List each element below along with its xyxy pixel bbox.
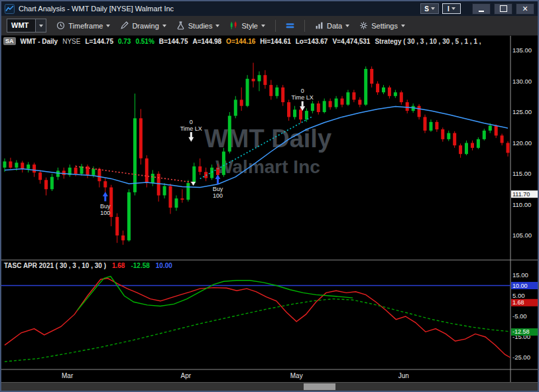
chevron-down-icon	[401, 25, 405, 27]
svg-text:100: 100	[100, 210, 110, 216]
buy-marker: Buy100	[100, 192, 111, 216]
style-label: Style	[241, 22, 257, 30]
indicator-value-badges: 10.001.68-12.58	[511, 282, 538, 336]
link-bars-icon	[286, 21, 294, 30]
horizontal-scrollbar[interactable]	[1, 382, 538, 391]
chevron-down-icon	[162, 25, 166, 27]
chart-area[interactable]: SA WMT - Daily NYSE L=144.75 0.73 0.51% …	[1, 36, 538, 391]
time-axis: MarAprMayJun	[62, 372, 409, 379]
svg-text:Time LX: Time LX	[180, 125, 202, 132]
gear-icon	[359, 21, 368, 30]
status-i-label: I	[448, 5, 449, 13]
chevron-down-icon	[451, 7, 455, 10]
settings-menu[interactable]: Settings	[359, 21, 405, 30]
svg-text:115.00: 115.00	[512, 170, 531, 177]
svg-text:Apr: Apr	[180, 372, 191, 379]
toolbar-separator	[275, 20, 276, 32]
maximize-icon	[500, 5, 507, 12]
titlebar-buttons: S I ×	[420, 3, 534, 15]
window-title: Chart Analysis - WMT Daily [NYSE] Walmar…	[19, 5, 174, 13]
svg-text:-5.00: -5.00	[512, 312, 527, 320]
indicator-value-2: -12.58	[131, 262, 149, 269]
svg-text:Jun: Jun	[398, 372, 409, 379]
buy-marker: Buy100	[213, 174, 223, 199]
quote-volume: V=4,474,531	[332, 38, 370, 45]
svg-text:Time LX: Time LX	[292, 94, 314, 101]
clock-icon	[56, 21, 65, 30]
app-icon	[5, 4, 15, 14]
candlestick-icon	[229, 21, 238, 30]
maximize-button[interactable]	[494, 3, 512, 15]
quote-last: L=144.75	[85, 38, 113, 45]
quote-bar: SA WMT - Daily NYSE L=144.75 0.73 0.51% …	[3, 37, 509, 45]
toolbar-separator	[304, 20, 305, 32]
close-button[interactable]: ×	[516, 3, 534, 15]
quote-open: O=144.16	[226, 38, 255, 45]
close-icon: ×	[522, 4, 528, 13]
svg-text:0: 0	[190, 119, 193, 125]
bar-chart-icon	[315, 21, 324, 30]
svg-text:110.00: 110.00	[512, 201, 531, 208]
symbol-dropdown-button[interactable]	[35, 19, 46, 32]
timeframe-menu[interactable]: Timeframe	[56, 21, 110, 30]
strategy-label: Strategy ( 30 , 3 , 10 , 30 , 5 , 1 , 1 …	[375, 38, 481, 45]
svg-text:Buy: Buy	[100, 203, 111, 210]
link-charts-button[interactable]	[286, 21, 294, 30]
svg-text:-12.58: -12.58	[512, 328, 530, 335]
strategy-automation-badge[interactable]: SA	[3, 37, 16, 45]
titlebar[interactable]: Chart Analysis - WMT Daily [NYSE] Walmar…	[1, 1, 538, 16]
price-axis: 135.00130.00125.00120.00115.00110.00105.…	[512, 46, 532, 361]
indicator-value-1: 1.68	[112, 262, 125, 269]
green-solid-line	[78, 277, 353, 310]
quote-ask: A=144.98	[192, 38, 221, 45]
svg-text:-25.00: -25.00	[512, 354, 530, 361]
svg-text:130.00: 130.00	[512, 78, 532, 85]
studies-menu[interactable]: Studies	[176, 21, 220, 30]
chevron-down-icon	[261, 25, 265, 27]
svg-text:5.00: 5.00	[512, 292, 525, 299]
chevron-down-icon	[345, 25, 349, 27]
chart-analysis-window: Chart Analysis - WMT Daily [NYSE] Walmar…	[0, 0, 539, 392]
exit-marker: 0Time LX	[180, 119, 202, 142]
svg-text:Buy: Buy	[213, 186, 223, 192]
svg-text:15.00: 15.00	[512, 271, 528, 279]
svg-text:Mar: Mar	[62, 372, 74, 379]
quote-change-percent: 0.51%	[135, 38, 154, 45]
chart-canvas[interactable]: WMT DailyWalmart IncBuy100Buy1000Time LX…	[1, 36, 538, 391]
status-i-button[interactable]: I	[442, 3, 461, 14]
style-menu[interactable]: Style	[229, 21, 265, 30]
studies-label: Studies	[188, 22, 213, 30]
data-label: Data	[327, 22, 342, 30]
chevron-down-icon	[431, 7, 435, 10]
beaker-icon	[176, 21, 185, 30]
drawing-menu[interactable]: Drawing	[120, 21, 166, 30]
quote-exchange: NYSE	[62, 38, 80, 45]
timeframe-label: Timeframe	[68, 22, 103, 30]
symbol-input[interactable]: WMT	[7, 19, 46, 33]
quote-symbol: WMT - Daily	[21, 38, 58, 45]
drawing-label: Drawing	[132, 22, 158, 30]
svg-text:1.68: 1.68	[512, 299, 524, 306]
svg-text:Walmart Inc: Walmart Inc	[215, 157, 320, 177]
svg-text:100: 100	[213, 192, 223, 199]
indicator-header[interactable]: TASC APR 2021 ( 30 , 3 , 10 , 30 ) 1.68 …	[4, 262, 172, 269]
minimize-icon	[479, 11, 484, 12]
toolbar: WMT Timeframe Drawing Studies	[1, 16, 538, 36]
minimize-button[interactable]	[472, 3, 491, 15]
green-dashed-line	[5, 299, 510, 362]
svg-text:120.00: 120.00	[512, 139, 532, 147]
pencil-icon	[120, 21, 129, 30]
svg-text:May: May	[290, 372, 303, 379]
chevron-down-icon	[215, 25, 219, 27]
status-s-button[interactable]: S	[420, 3, 439, 14]
svg-text:0: 0	[301, 88, 304, 94]
chevron-down-icon	[39, 25, 43, 27]
data-menu[interactable]: Data	[315, 21, 349, 30]
candles	[3, 63, 510, 245]
symbol-value: WMT	[7, 19, 35, 32]
indicator-value-3: 10.00	[156, 262, 172, 269]
svg-text:135.00: 135.00	[512, 46, 532, 54]
fast-red-line	[5, 279, 510, 358]
quote-low: Lo=143.67	[296, 38, 328, 45]
scrollbar-handle[interactable]	[304, 383, 335, 390]
